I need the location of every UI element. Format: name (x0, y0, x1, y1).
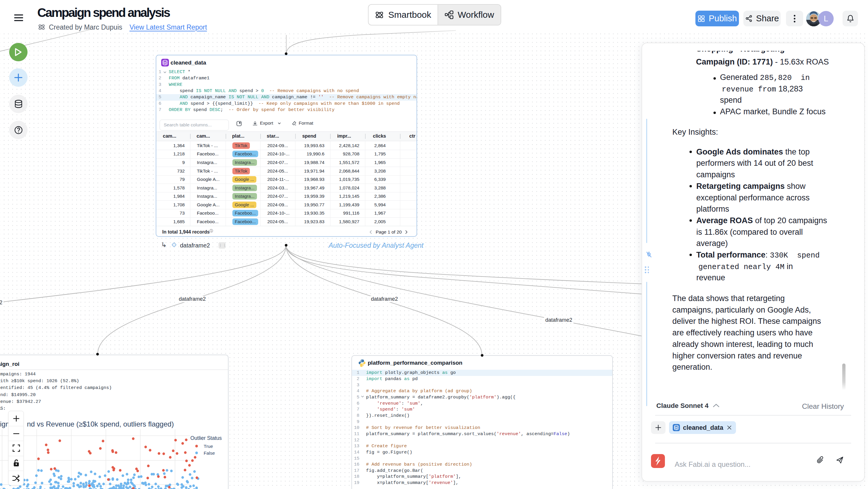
svg-text:SQL: SQL (163, 62, 167, 64)
svg-text:SQL: SQL (674, 427, 678, 429)
